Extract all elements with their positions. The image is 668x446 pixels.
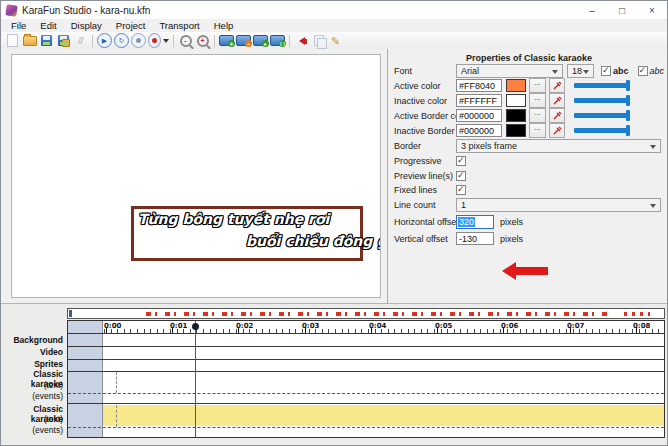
inactive-color-opacity-slider[interactable] (574, 98, 629, 103)
line-count-row: Line count 1 (389, 197, 668, 213)
font-size-select[interactable]: 18 (567, 64, 594, 78)
inactive-border-color-swatch[interactable] (506, 124, 526, 137)
toolbar-separator (173, 35, 174, 47)
new-file-icon (7, 34, 18, 47)
active-border-color-more-button[interactable]: ... (529, 108, 546, 123)
brush-icon (553, 126, 562, 135)
playhead-marker[interactable] (192, 323, 199, 330)
screen-play-button[interactable]: ▸ (253, 33, 268, 48)
record-arm-button[interactable] (148, 33, 169, 48)
font-label: Font (394, 66, 412, 76)
font-family-select[interactable]: Arial (456, 64, 563, 78)
duplicate-button-disabled (311, 33, 326, 48)
minimize-button[interactable]: – (577, 1, 607, 19)
karaoke-clip[interactable] (103, 405, 664, 426)
maximize-button[interactable]: □ (607, 1, 637, 19)
active-border-color-input[interactable] (456, 109, 502, 122)
menu-bar: File Edit Display Project Transport Help (1, 19, 667, 32)
toolbar: // ▶ ↻ - + + - ▸ ❙❙ ✎ (1, 32, 667, 50)
menu-item-display[interactable]: Display (64, 20, 109, 31)
save-button[interactable] (39, 33, 54, 48)
timeline-section: Background Video Sprites Classic karaoke… (1, 303, 668, 446)
active-color-pick-button[interactable] (549, 78, 565, 93)
open-button[interactable] (22, 33, 37, 48)
inactive-color-pick-button[interactable] (549, 93, 565, 108)
events-separator-line (68, 427, 664, 428)
track-sublabel-text-2: (text) (1, 414, 63, 424)
progressive-checkbox[interactable] (456, 156, 466, 166)
vertical-offset-input[interactable] (456, 232, 494, 245)
menu-item-transport[interactable]: Transport (152, 20, 206, 31)
lyrics-icon: // (78, 36, 83, 46)
inactive-color-more-button[interactable]: ... (529, 93, 546, 108)
inactive-border-color-input[interactable] (456, 124, 502, 137)
edit-button[interactable]: ✎ (328, 33, 343, 48)
app-icon (5, 4, 17, 16)
timeline-overview-strip[interactable] (67, 308, 665, 319)
screen-remove-button[interactable]: - (236, 33, 251, 48)
menu-item-file[interactable]: File (4, 20, 33, 31)
active-color-input[interactable] (456, 79, 502, 92)
inactive-border-color-row: Inactive Border color ... (389, 123, 668, 138)
title-bar: KaraFun Studio - kara-nu.kfn – □ × (1, 1, 667, 19)
overview-position-marker[interactable] (69, 310, 72, 317)
inactive-border-color-more-button[interactable]: ... (529, 123, 546, 138)
new-file-button[interactable] (5, 33, 20, 48)
speaker-icon (295, 37, 305, 45)
vertical-offset-row: Vertical offset pixels (389, 230, 668, 247)
track-sublabel-events-1: (events) (1, 391, 63, 401)
inactive-border-color-pick-button[interactable] (549, 123, 565, 138)
lyrics-line-1: Từng bông tuyết nhẹ rơi (138, 211, 329, 227)
horizontal-offset-label: Horizontal offset (394, 217, 459, 227)
overview-sync-marks (146, 312, 608, 316)
audio-button[interactable] (294, 33, 309, 48)
active-color-row: Active color ... (389, 78, 668, 93)
preview-canvas[interactable]: Từng bông tuyết nhẹ rơi buổi chiều đông … (11, 54, 381, 298)
row-border (68, 359, 664, 360)
play-button[interactable]: ▶ (97, 33, 112, 48)
screen-pause-button[interactable]: ❙❙ (270, 33, 285, 48)
fixed-lines-checkbox[interactable] (456, 185, 466, 195)
preview-lines-checkbox[interactable] (456, 171, 466, 181)
inactive-border-opacity-slider[interactable] (574, 128, 629, 133)
menu-item-project[interactable]: Project (109, 20, 153, 31)
border-select[interactable]: 3 pixels frame (456, 139, 661, 153)
zoom-in-icon: + (197, 35, 209, 47)
zoom-out-button[interactable]: - (178, 33, 193, 48)
menu-item-edit[interactable]: Edit (33, 20, 63, 31)
font-row: Font Arial 18 abc abc (389, 63, 668, 78)
close-button[interactable]: × (637, 1, 667, 19)
record-button[interactable] (131, 33, 146, 48)
active-border-color-pick-button[interactable] (549, 108, 565, 123)
inactive-color-swatch[interactable] (506, 94, 526, 107)
inactive-color-input[interactable] (456, 94, 502, 107)
brush-icon (553, 96, 562, 105)
bold-label: abc (613, 66, 629, 76)
screen-pause-icon: ❙❙ (270, 35, 285, 46)
active-color-swatch[interactable] (506, 79, 526, 92)
menu-item-help[interactable]: Help (207, 20, 241, 31)
lyrics-button-disabled: // (73, 33, 88, 48)
loop-button[interactable]: ↻ (114, 33, 129, 48)
bold-checkbox[interactable] (601, 66, 611, 76)
karaoke-text-box[interactable]: Từng bông tuyết nhẹ rơi buổi chiều đông … (131, 206, 363, 261)
active-color-more-button[interactable]: ... (529, 78, 546, 93)
panel-splitter[interactable] (387, 49, 388, 303)
zoom-in-button[interactable]: + (195, 33, 210, 48)
brush-icon (553, 81, 562, 90)
playhead-line[interactable] (195, 321, 196, 437)
save-as-button[interactable] (56, 33, 71, 48)
italic-checkbox[interactable] (638, 66, 648, 76)
line-count-select[interactable]: 1 (456, 198, 661, 212)
track-label-video: Video (1, 347, 63, 357)
active-border-opacity-slider[interactable] (574, 113, 629, 118)
save-as-icon (58, 35, 69, 46)
preview-lines-row: Preview line(s) (389, 168, 668, 183)
horizontal-offset-input[interactable]: 320 (456, 215, 494, 229)
active-border-color-swatch[interactable] (506, 109, 526, 122)
timeline-tracks-table[interactable]: 0:00 0:01 0:02 0:03 0:04 0:05 0:06 0:07 … (67, 320, 665, 438)
vertical-offset-label: Vertical offset (394, 234, 448, 244)
screen-add-button[interactable]: + (219, 33, 234, 48)
active-color-opacity-slider[interactable] (574, 83, 629, 88)
italic-label: abc (650, 66, 665, 76)
